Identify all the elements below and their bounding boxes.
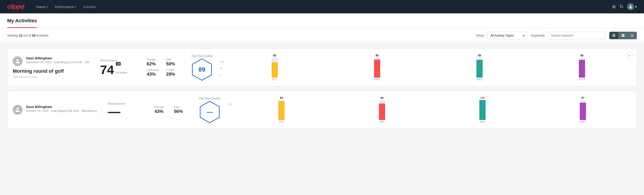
page-title: My Activities [7,14,37,28]
bar-col-ott: 85 OTT [226,54,324,81]
bar-fill-ott-2 [278,101,284,120]
bar-wrap-arg-2 [479,100,486,120]
viewing-text: Viewing 12 out of 29 Activities [7,34,472,37]
fw-hit-value: 62% [147,61,161,66]
user-meta-1: December 05, 2021 · Gog Magog Golf Club … [26,60,89,64]
hex-container-2: — [200,101,220,123]
bar-bottom-app-2: APP [380,120,384,123]
bar-bottom-app: APP [375,78,380,81]
bar-label-ott: 85 [273,54,276,57]
score-badge-1: +4 [116,62,121,66]
bar-label-app-2: 82 [380,96,383,100]
stat-score-1: 74 +4 18 Holes [100,62,136,76]
bar-label-arg-2: 106 [480,96,485,100]
chevron-down-icon: ▾ [47,6,48,8]
bar-label-putt: 89 [580,54,583,57]
user-info-2: Dave Billingham October 16, 2021 · Gog M… [26,105,97,112]
bar-wrap-ott [272,58,278,78]
activity-card-2: Dave Billingham October 16, 2021 · Gog M… [7,91,637,129]
divider-2 [141,54,142,81]
bar-col-app: 90 APP [328,54,426,81]
quality-area-2: Avg Shot Quality — 100 [199,96,631,123]
svg-rect-2 [612,36,615,36]
activity-type-select-wrapper[interactable]: All Activity Types [487,32,527,39]
divider-1 [94,54,95,81]
bar-fill-app-2 [379,104,385,120]
svg-rect-7 [631,34,634,34]
divider-3 [186,54,186,81]
refresh-icon[interactable]: ↻ [620,4,624,10]
edit-button-1[interactable]: ✏ [626,52,633,59]
keywords-label: Keywords: [531,34,545,37]
bar-bottom-ott: OTT [272,78,277,81]
card-inner-2: Dave Billingham October 16, 2021 · Gog M… [13,96,631,123]
navbar: clippd Teams ▾ Performance ▾ Activities … [0,0,644,14]
chart-y-50: 50 [220,67,224,70]
hex-value-2: — [207,108,213,116]
nav-item-performance[interactable]: Performance ▾ [52,3,79,10]
updown-value: 43% [147,72,161,77]
svg-rect-5 [622,36,623,37]
bar-label-app: 90 [376,54,378,57]
gir-value-2: 56% [174,109,188,114]
chevron-down-icon: ▾ [75,6,76,8]
svg-rect-0 [612,34,615,35]
main-content: ✏ Dave Billingham December 05, 2021 · Go… [0,43,644,138]
bar-wrap-putt [579,58,585,78]
gir-block-2: GIR 56% [174,106,188,114]
user-name-1: Dave Billingham [26,56,89,60]
card-top: Dave Billingham December 05, 2021 · Gog … [13,56,89,66]
bar-label-ott-2: 94 [280,96,283,100]
gir-block: GIR 50% [166,58,180,66]
activity-type-select[interactable]: All Activity Types [487,32,527,39]
bar-col-putt: 89 PUTT [532,54,631,81]
show-label: Show: [476,34,485,37]
chart-y2-100: 100 [228,103,232,106]
nav-right: ⊕ ↻ ▾ [612,3,637,10]
score-holes-1: 18 Holes [116,71,127,74]
bar-bottom-arg-2: ARG [480,120,485,123]
fw-hit-label: FW Hit [147,58,161,61]
page-header: My Activities [0,14,644,28]
gir-label: GIR [166,58,180,61]
bar-fill-putt [579,60,585,78]
updown-label: Up/Down [147,68,161,72]
nav-item-activities[interactable]: Activities [80,3,99,10]
grid-view-button[interactable] [618,32,628,39]
bar-col-app-2: 82 APP [334,96,430,123]
card-inner: Dave Billingham December 05, 2021 · Gog … [13,54,631,81]
fw-hit-block-2: FW Hit 43% [154,106,168,114]
score-big-2: — [108,105,120,118]
chart-area-1: 100 50 0 85 OTT 90 [216,54,631,81]
gir-value: 50% [166,61,180,66]
fw-hit-value-2: 43% [154,109,168,114]
bar-wrap-app-2 [379,100,385,120]
bar-bottom-arg: ARG [477,78,482,81]
bar-fill-putt-2 [580,103,586,120]
bar-fill-app [374,60,380,78]
bar-fill-arg [476,60,483,78]
divider-4 [102,96,102,123]
oneputt-value: 28% [166,72,180,77]
oneputt-block: 1 Putt 28% [166,68,180,77]
bar-col-ott-2: 94 OTT [233,96,330,123]
avatar-button[interactable]: ▾ [627,3,637,10]
search-input[interactable] [548,32,606,39]
list-wide-view-button[interactable] [628,32,637,39]
bar-bottom-putt: PUTT [578,78,585,81]
divider-5 [149,96,149,123]
bar-bottom-ott-2: OTT [279,120,284,123]
nav-item-teams[interactable]: Teams ▾ [33,3,50,10]
nav-links: Teams ▾ Performance ▾ Activities [33,3,603,10]
bar-col-putt-2: 87 PUTT [534,96,631,123]
user-meta-2: October 16, 2021 · Gog Magog Golf Club -… [26,109,97,112]
divider-6 [193,96,194,123]
gir-label-2: GIR [174,106,188,109]
card-left-2: Dave Billingham October 16, 2021 · Gog M… [13,105,97,115]
chart-y-100: 100 [220,61,224,63]
list-dense-view-button[interactable] [610,32,618,39]
chart-area-2: 100 94 OTT 82 [224,96,631,123]
bar-label-putt-2: 87 [581,96,584,100]
add-icon[interactable]: ⊕ [612,4,616,10]
updown-block: Up/Down 43% [147,68,161,77]
